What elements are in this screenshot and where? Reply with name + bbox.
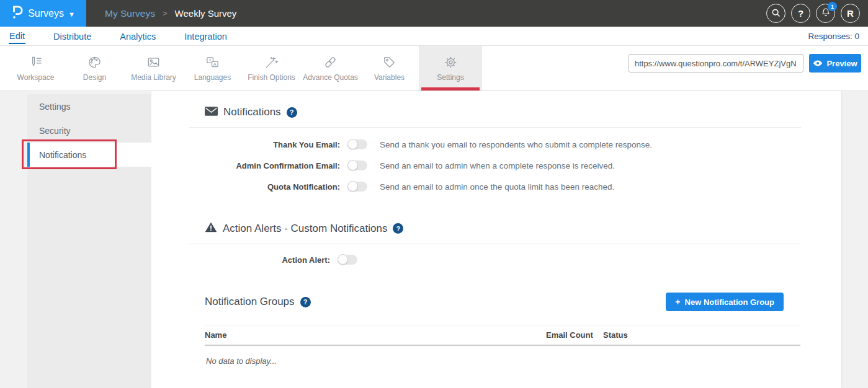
toggle-label: Action Alert:	[204, 255, 330, 265]
toolbar-item-finish-options[interactable]: Finish Options	[242, 46, 301, 90]
section-title: Action Alerts - Custom Notifications	[223, 223, 387, 235]
breadcrumb-parent-link[interactable]: My Surveys	[105, 8, 155, 19]
toggle-knob	[347, 139, 358, 149]
table-header-row: Name Email Count Status	[205, 325, 800, 346]
app-window: Surveys ▼ My Surveys > Weekly Survey ?	[0, 0, 868, 388]
sidebar-item-notifications[interactable]: Notifications	[27, 143, 151, 167]
settings-panel: Notifications ? Thank You Email: Send a …	[151, 91, 841, 388]
toggle-row-action-alert: Action Alert:	[151, 253, 841, 267]
top-bar: Surveys ▼ My Surveys > Weekly Survey ?	[0, 0, 868, 27]
search-icon	[771, 7, 781, 20]
notification-groups-table: Name Email Count Status No data to displ…	[205, 325, 800, 376]
tab-distribute[interactable]: Distribute	[53, 29, 92, 43]
toolbar-item-languages[interactable]: x A Languages	[183, 46, 242, 90]
svg-text:A: A	[213, 62, 217, 66]
edit-toolbar: Workspace Design Media Library	[0, 46, 868, 91]
workspace-icon	[28, 55, 43, 70]
tab-edit[interactable]: Edit	[9, 29, 25, 44]
sidebar-item-label: Security	[39, 126, 71, 136]
active-indicator-bar	[27, 143, 30, 167]
toolbar-item-settings[interactable]: Settings	[419, 46, 482, 90]
product-name: Surveys	[28, 8, 64, 19]
toggle-knob	[347, 160, 358, 170]
column-header-name: Name	[205, 330, 546, 340]
toggle-row-quota-notification: Quota Notification: Send an email to adm…	[151, 180, 841, 193]
sidebar-item-label: Settings	[39, 102, 71, 112]
settings-content: Notifications ? Thank You Email: Send a …	[0, 91, 868, 388]
sidebar-item-label: Notifications	[39, 150, 86, 160]
avatar-initial: R	[847, 8, 854, 19]
survey-nav: Edit Distribute Analytics Integration Re…	[0, 27, 868, 46]
toggle-description: Send a thank you email to respondents wh…	[380, 140, 652, 149]
breadcrumb-separator: >	[163, 9, 168, 18]
toolbar-item-media-library[interactable]: Media Library	[124, 46, 183, 90]
advance-quotas-icon	[323, 55, 338, 70]
action-alerts-section: Action Alerts - Custom Notifications ? A…	[151, 222, 841, 267]
variables-icon	[382, 55, 397, 70]
tab-analytics[interactable]: Analytics	[119, 29, 156, 43]
media-library-icon	[146, 55, 161, 70]
chevron-down-icon: ▼	[68, 11, 75, 18]
column-header-email-count: Email Count	[546, 330, 603, 340]
help-icon[interactable]: ?	[287, 107, 297, 118]
page-title: Weekly Survey	[175, 8, 237, 19]
plus-icon: +	[675, 297, 680, 307]
responses-count: Responses: 0	[808, 32, 859, 41]
toggle-label: Admin Confirmation Email:	[204, 161, 340, 170]
action-alert-toggle[interactable]	[338, 255, 357, 265]
languages-icon: x A	[205, 55, 220, 70]
toolbar-item-variables[interactable]: Variables	[360, 46, 419, 90]
survey-url-input[interactable]	[629, 54, 803, 73]
eye-icon	[813, 59, 823, 68]
section-title: Notification Groups	[205, 296, 295, 308]
quota-notification-toggle[interactable]	[347, 182, 367, 192]
design-icon	[87, 55, 102, 70]
preview-button[interactable]: Preview	[809, 54, 861, 73]
warning-triangle-icon	[205, 222, 217, 235]
toggle-row-admin-confirmation: Admin Confirmation Email: Send an email …	[151, 159, 841, 172]
section-divider	[189, 244, 801, 244]
toolbar-item-advance-quotas[interactable]: Advance Quotas	[301, 46, 360, 90]
notification-groups-section: Notification Groups ? + New Notification…	[151, 293, 841, 376]
svg-text:x: x	[209, 58, 212, 62]
topbar-actions: ? 1 R	[766, 4, 868, 23]
settings-sidebar: Settings Security Notifications	[27, 94, 151, 388]
toggle-description: Send an email to admin when a complete r…	[380, 161, 615, 170]
toggle-knob	[347, 181, 358, 192]
finish-options-icon	[264, 55, 279, 70]
annotation-underline	[421, 87, 480, 90]
search-button[interactable]	[766, 4, 785, 23]
question-mark-icon: ?	[798, 8, 803, 19]
section-divider	[189, 127, 801, 128]
notifications-section-header: Notifications ?	[151, 106, 841, 118]
notifications-button[interactable]: 1	[816, 4, 835, 23]
avatar[interactable]: R	[841, 4, 860, 23]
help-icon[interactable]: ?	[393, 223, 403, 234]
toolbar-item-design[interactable]: Design	[65, 46, 124, 90]
section-title: Notifications	[223, 106, 281, 118]
toolbar-item-workspace[interactable]: Workspace	[6, 46, 65, 90]
product-switcher[interactable]: Surveys ▼	[0, 0, 86, 27]
notification-groups-header: Notification Groups ? + New Notification…	[151, 293, 841, 311]
help-icon[interactable]: ?	[300, 297, 311, 307]
notification-count-badge: 1	[828, 2, 837, 11]
thank-you-email-toggle[interactable]	[347, 139, 367, 149]
action-alert-toggles: Action Alert:	[151, 253, 841, 267]
toggle-knob	[338, 254, 348, 265]
column-header-status: Status	[603, 330, 800, 340]
toggle-label: Thank You Email:	[204, 140, 340, 149]
empty-table-message: No data to display...	[205, 346, 800, 376]
questionpro-logo-icon	[11, 5, 24, 22]
help-button[interactable]: ?	[791, 4, 810, 23]
sidebar-item-security[interactable]: Security	[27, 118, 151, 143]
sidebar-item-settings[interactable]: Settings	[27, 94, 151, 118]
settings-gear-icon	[443, 55, 459, 70]
admin-confirmation-email-toggle[interactable]	[347, 161, 367, 170]
action-alerts-section-header: Action Alerts - Custom Notifications ?	[151, 222, 841, 235]
breadcrumb: My Surveys > Weekly Survey	[105, 8, 236, 19]
toggle-label: Quota Notification:	[204, 182, 340, 192]
new-notification-group-button[interactable]: + New Notification Group	[666, 293, 784, 311]
envelope-icon	[205, 107, 218, 118]
toggle-row-thank-you-email: Thank You Email: Send a thank you email …	[151, 138, 841, 151]
tab-integration[interactable]: Integration	[184, 29, 228, 43]
